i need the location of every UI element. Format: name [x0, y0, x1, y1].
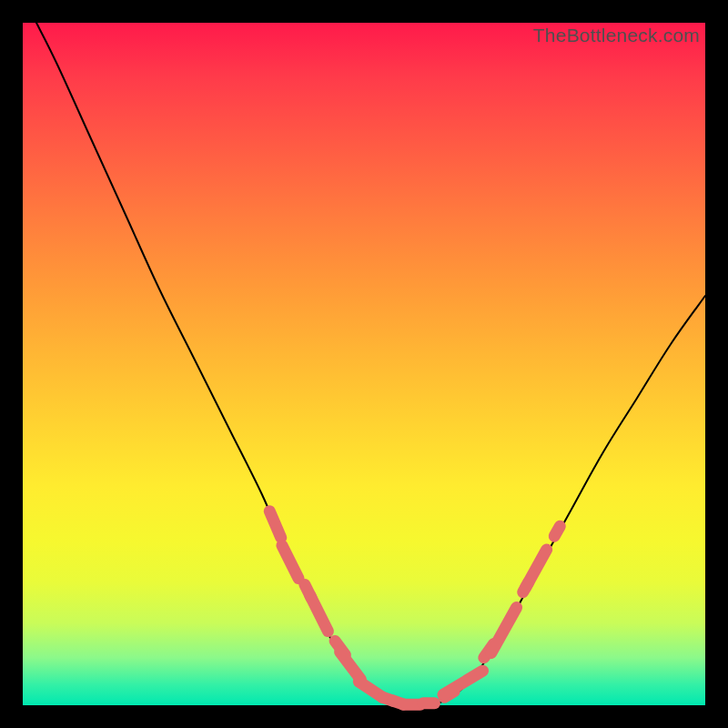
- curve-bead: [302, 587, 336, 639]
- chart-svg: [23, 23, 705, 705]
- curve-bead: [274, 538, 307, 587]
- chart-plot-area: TheBottleneck.com: [23, 23, 705, 705]
- curve-bead: [262, 503, 289, 545]
- curve-bead: [435, 662, 490, 703]
- bead-group: [262, 503, 568, 712]
- bottleneck-curve: [36, 23, 705, 707]
- curve-bead: [418, 697, 441, 709]
- curve-bead: [517, 541, 554, 596]
- curve-bead: [483, 600, 524, 662]
